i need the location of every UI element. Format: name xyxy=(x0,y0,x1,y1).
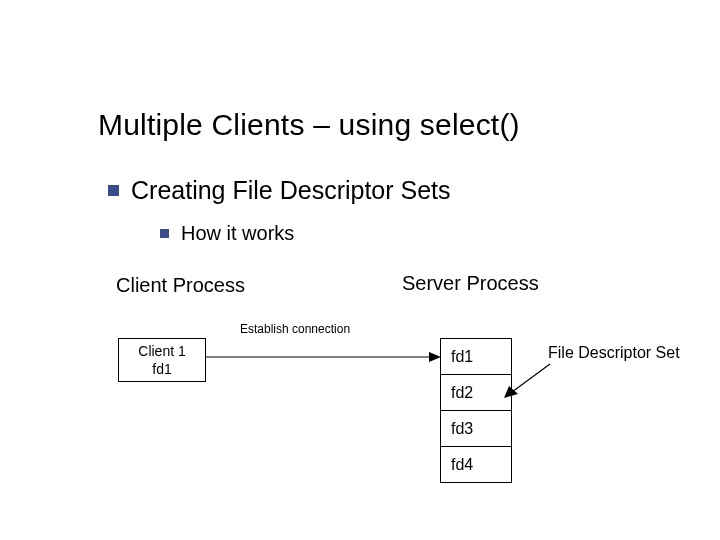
establish-connection-label: Establish connection xyxy=(240,322,350,336)
slide-title: Multiple Clients – using select() xyxy=(98,108,520,142)
fd-cell-3: fd3 xyxy=(441,411,511,447)
fd-cell-2: fd2 xyxy=(441,375,511,411)
client-box: Client 1 fd1 xyxy=(118,338,206,382)
bullet-level1: Creating File Descriptor Sets xyxy=(108,176,451,205)
slide: Multiple Clients – using select() Creati… xyxy=(0,0,720,540)
fd-set-label: File Descriptor Set xyxy=(548,344,680,362)
bullet-level2-text: How it works xyxy=(181,222,294,245)
svg-line-2 xyxy=(512,364,550,392)
fd-set-arrow-icon xyxy=(502,360,554,400)
svg-marker-3 xyxy=(504,386,518,398)
client-box-name: Client 1 xyxy=(119,342,205,360)
server-process-heading: Server Process xyxy=(402,272,539,295)
client-box-fd: fd1 xyxy=(119,360,205,378)
bullet-level2: How it works xyxy=(160,222,294,245)
bullet-level1-text: Creating File Descriptor Sets xyxy=(131,176,451,205)
connection-arrow-icon xyxy=(205,350,441,364)
fd-cell-1: fd1 xyxy=(441,339,511,375)
bullet-square-icon xyxy=(108,185,119,196)
bullet-square-icon xyxy=(160,229,169,238)
fd-cell-4: fd4 xyxy=(441,447,511,483)
client-process-heading: Client Process xyxy=(116,274,245,297)
